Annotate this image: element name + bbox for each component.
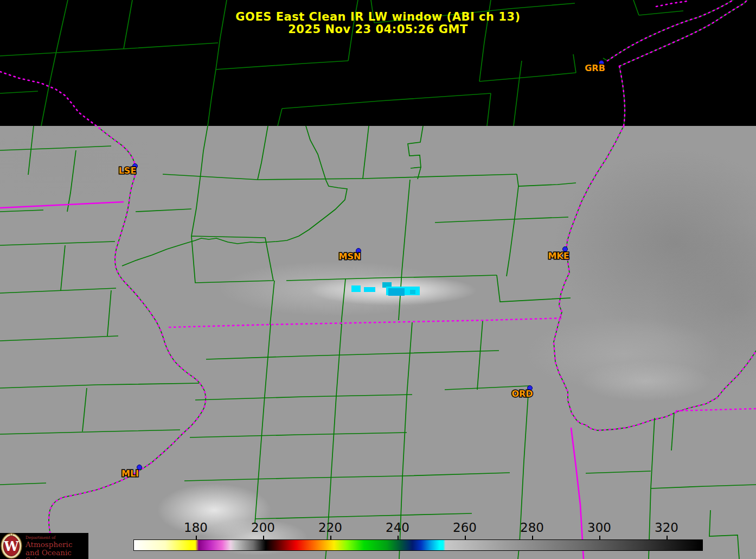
stations: GRB LSE MSN MKE ORD MLI [119, 61, 605, 479]
state-borders [0, 0, 756, 559]
uw-monogram: W [4, 538, 20, 554]
county-boundaries [0, 0, 756, 559]
colorbar-tick [532, 536, 533, 539]
colorbar-tick-label: 200 [244, 520, 282, 535]
colorbar-tick [465, 536, 466, 539]
colorbar-tick-label: 260 [446, 520, 484, 535]
logo-name-line-1: Atmospheric [25, 541, 88, 549]
colorbar-tick [599, 536, 600, 539]
image-title: GOES East Clean IR LW window (ABI ch 13)… [0, 11, 756, 36]
cold-cloud-pixels [351, 282, 420, 296]
colorbar-tick-label: 320 [648, 520, 685, 535]
logo-text: Department of Atmospheric and Oceanic Sc… [25, 533, 88, 559]
uw-aos-logo: W Department of Atmospheric and Oceanic … [0, 533, 88, 559]
map-overlay: GRB LSE MSN MKE ORD MLI [0, 0, 756, 559]
uw-crest-icon: W [0, 533, 24, 559]
colorbar-tick [330, 536, 331, 539]
logo-dept-line: Department of [25, 536, 88, 540]
station-label-msn: MSN [339, 251, 361, 262]
colorbar-tick [196, 536, 197, 539]
station-label-lse: LSE [119, 166, 137, 176]
colorbar-tick-label: 280 [513, 520, 551, 535]
logo-name-line-2: and Oceanic Sciences [25, 549, 88, 559]
colorbar-tick-label: 300 [580, 520, 618, 535]
colorbar-tick [667, 536, 668, 539]
colorbar-tick [263, 536, 264, 539]
temperature-colorbar [133, 539, 703, 551]
goes-satellite-viewer: GRB LSE MSN MKE ORD MLI GOES East Clean … [0, 0, 756, 559]
station-label-mli: MLI [121, 468, 139, 479]
colorbar-tick-label: 220 [311, 520, 349, 535]
colorbar-tick-label: 240 [379, 520, 417, 535]
colorbar-tick-label: 180 [177, 520, 215, 535]
colorbar-tick [398, 536, 399, 539]
station-label-grb: GRB [585, 63, 605, 73]
station-label-ord: ORD [511, 389, 533, 399]
title-line-2: 2025 Nov 23 04:05:26 GMT [0, 23, 756, 36]
station-label-mke: MKE [548, 251, 569, 261]
title-line-1: GOES East Clean IR LW window (ABI ch 13) [0, 11, 756, 23]
